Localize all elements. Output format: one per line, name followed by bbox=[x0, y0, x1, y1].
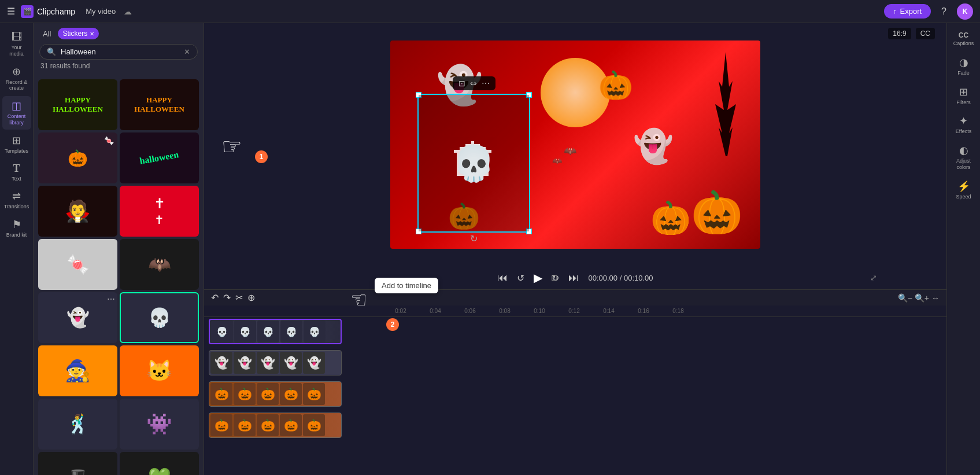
sticker-item[interactable]: 🎩 bbox=[38, 452, 117, 475]
frame-thumb: 💀 bbox=[280, 321, 302, 343]
sidebar-item-your-media[interactable]: 🎞 Your media bbox=[2, 28, 31, 61]
preview-video: 👻 🎃 👻 🎃 🎃 🎃 bbox=[390, 40, 760, 249]
fade-icon: ◑ bbox=[959, 56, 968, 69]
undo-button[interactable]: ↶ bbox=[211, 292, 219, 303]
zoom-in-button[interactable]: 🔍+ bbox=[915, 293, 929, 303]
track-frames: 💀 💀 💀 💀 💀 bbox=[210, 319, 327, 344]
replay-5s-button[interactable]: ↺ bbox=[517, 273, 524, 283]
track-clip-pumpkin[interactable]: 🎃 🎃 🎃 🎃 🎃 bbox=[209, 381, 342, 407]
filter-all-button[interactable]: All bbox=[39, 28, 54, 39]
ruler-mark: 0:04 bbox=[418, 308, 453, 314]
rotate-handle[interactable]: ↻ bbox=[470, 233, 478, 244]
sticker-item[interactable]: HAPPYHALLOWEEN bbox=[38, 79, 117, 130]
video-background: 👻 🎃 👻 🎃 🎃 🎃 bbox=[390, 40, 760, 249]
sidebar-templates-label: Templates bbox=[5, 148, 28, 154]
aspect-ratio-button[interactable]: 16:9 bbox=[888, 28, 911, 39]
track-clip-pumpkin-2[interactable]: 🎃 🎃 🎃 🎃 🎃 bbox=[209, 413, 342, 438]
cloud-sync-icon: ☁ bbox=[124, 7, 132, 16]
zoom-out-button[interactable]: 🔍− bbox=[898, 293, 912, 303]
captions-button[interactable]: CC bbox=[916, 28, 935, 39]
sticker-item[interactable]: 🎃 🍬 bbox=[38, 132, 117, 183]
flip-button[interactable]: ⇔ bbox=[470, 79, 477, 88]
sidebar-item-content-library[interactable]: ◫ Content library bbox=[2, 96, 31, 130]
track-clip-skeleton[interactable]: 💀 💀 💀 💀 💀 bbox=[209, 319, 342, 344]
play-pause-button[interactable]: ▶ bbox=[534, 271, 542, 285]
brand-kit-icon: ⚑ bbox=[12, 218, 21, 231]
current-time: 00:00.00 bbox=[588, 274, 617, 282]
stickers-filter-tag[interactable]: Stickers ✕ bbox=[58, 28, 99, 39]
search-clear-icon[interactable]: ✕ bbox=[184, 47, 190, 56]
sticker-item[interactable]: 💚 bbox=[120, 452, 199, 475]
sticker-item[interactable]: 🕺 bbox=[38, 399, 117, 450]
frame-thumb-pumpkin: 🎃 bbox=[210, 383, 232, 405]
avatar[interactable]: K bbox=[957, 3, 973, 20]
export-icon: ↑ bbox=[893, 8, 897, 16]
fullscreen-toggle-button[interactable]: ⊡ bbox=[551, 273, 558, 282]
help-icon[interactable]: ? bbox=[941, 6, 946, 17]
fit-timeline-button[interactable]: ↔ bbox=[931, 293, 940, 303]
sidebar-item-text[interactable]: T Text bbox=[2, 159, 31, 186]
sticker-item[interactable]: ✝ ✝ bbox=[120, 186, 199, 237]
frame-thumb-pumpkin-2: 🎃 bbox=[280, 414, 302, 436]
sidebar-item-templates[interactable]: ⊞ Templates bbox=[2, 131, 31, 158]
sticker-item[interactable]: 🍬 bbox=[38, 239, 117, 290]
search-input[interactable] bbox=[61, 47, 179, 56]
sticker-item[interactable]: 👻 ⋯ bbox=[38, 292, 117, 343]
crop-button[interactable]: ⊡ bbox=[458, 79, 465, 88]
skip-back-button[interactable]: ⏮ bbox=[497, 272, 508, 284]
fade-panel-item[interactable]: ◑ Fade bbox=[949, 53, 978, 80]
sticker-item[interactable]: 👾 bbox=[120, 399, 199, 450]
filter-row: All Stickers ✕ bbox=[39, 28, 198, 39]
total-time: 00:10.00 bbox=[624, 274, 653, 282]
more-options-button[interactable]: ⋯ bbox=[482, 79, 490, 88]
timeline-track-pumpkin: 🎃 🎃 🎃 🎃 🎃 bbox=[204, 380, 946, 408]
sticker-item[interactable]: 🐱 bbox=[120, 345, 199, 396]
preview-area: 16:9 CC 👻 🎃 👻 bbox=[204, 23, 946, 266]
sticker-item[interactable]: 💀 bbox=[120, 292, 199, 343]
adjust-colors-panel-item[interactable]: ◐ Adjust colors bbox=[949, 141, 978, 174]
sticker-item[interactable]: 🧛 bbox=[38, 186, 117, 237]
effects-icon: ✦ bbox=[959, 115, 968, 127]
ruler-mark: 0:14 bbox=[591, 308, 626, 314]
search-icon: 🔍 bbox=[47, 47, 56, 56]
track-frames-ghost: 👻 👻 👻 👻 👻 bbox=[209, 351, 326, 375]
sticker-item[interactable]: HAPPYHALLOWEEN bbox=[120, 79, 199, 130]
filters-panel-item[interactable]: ⊞ Filters bbox=[949, 82, 978, 109]
results-count: 31 results found bbox=[39, 60, 198, 72]
export-button[interactable]: ↑ Export bbox=[884, 4, 931, 19]
video-title[interactable]: My video bbox=[86, 7, 116, 16]
track-clip-ghost[interactable]: 👻 👻 👻 👻 👻 bbox=[209, 350, 342, 375]
sidebar-your-media-label: Your media bbox=[5, 45, 29, 57]
sticker-more-icon[interactable]: ⋯ bbox=[107, 294, 115, 304]
adjust-colors-panel-label: Adjust colors bbox=[952, 158, 976, 171]
content-panel: All Stickers ✕ 🔍 ✕ 31 results found HAPP… bbox=[34, 23, 204, 475]
speed-panel-item[interactable]: ⚡ Speed bbox=[949, 176, 978, 204]
filter-tag-close-icon[interactable]: ✕ bbox=[90, 31, 94, 37]
frame-thumb: 💀 bbox=[234, 321, 256, 343]
frame-thumb-ghost: 👻 bbox=[257, 352, 279, 374]
skip-forward-button[interactable]: ⏭ bbox=[568, 272, 579, 284]
sticker-item[interactable]: 🦇 bbox=[120, 239, 199, 290]
effects-panel-item[interactable]: ✦ Effects bbox=[949, 111, 978, 138]
sidebar-transitions-label: Transitions bbox=[4, 204, 29, 210]
cursor-hand-2: ☞ bbox=[351, 286, 368, 313]
sidebar-item-brand-kit[interactable]: ⚑ Brand kit bbox=[2, 215, 31, 242]
cut-button[interactable]: ✂ bbox=[235, 292, 243, 303]
selection-toolbar: ⊡ ⇔ ⋯ bbox=[453, 76, 495, 90]
expand-timeline-button[interactable]: ⤢ bbox=[870, 273, 877, 282]
ruler-mark: 0:16 bbox=[626, 308, 661, 314]
frame-thumb-ghost: 👻 bbox=[280, 352, 302, 374]
menu-icon[interactable]: ☰ bbox=[7, 6, 15, 17]
captions-panel-item[interactable]: CC Captions bbox=[949, 28, 978, 50]
sticker-item[interactable]: 🧙 bbox=[38, 345, 117, 396]
sidebar-item-transitions[interactable]: ⇌ Transitions bbox=[2, 186, 31, 213]
filter-tag-label: Stickers bbox=[62, 30, 87, 38]
record-icon: ⊕ bbox=[12, 65, 21, 78]
effects-panel-label: Effects bbox=[956, 128, 971, 135]
preview-controls: ⊡ ⏮ ↺ ▶ ↻ ⏭ 00:00.00 / 00:10.00 ⤢ bbox=[204, 266, 946, 289]
sidebar-item-record-create[interactable]: ⊕ Record & create bbox=[2, 62, 31, 95]
add-media-button[interactable]: ⊕ bbox=[247, 292, 255, 303]
sticker-item[interactable]: halloween bbox=[120, 132, 199, 183]
ruler-mark: 0:12 bbox=[557, 308, 591, 314]
redo-button[interactable]: ↷ bbox=[223, 292, 231, 303]
